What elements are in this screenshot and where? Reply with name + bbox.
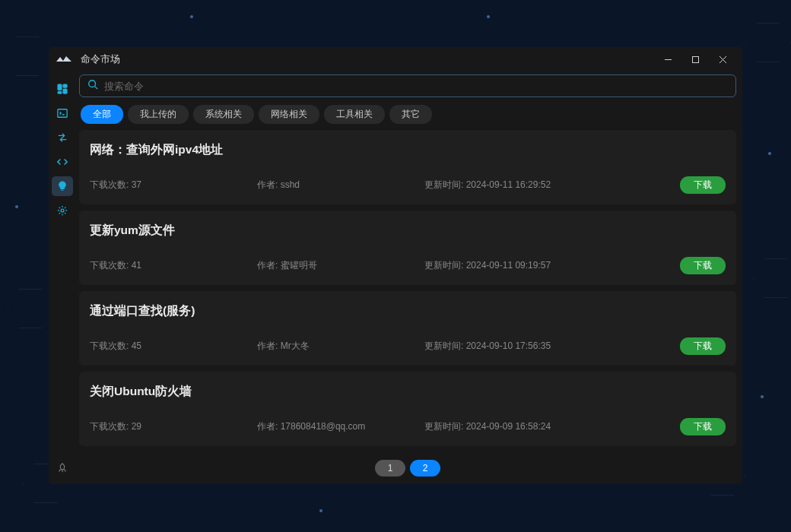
- app-logo-icon: [53, 54, 75, 65]
- download-count: 下载次数: 41: [90, 259, 257, 272]
- command-title: 通过端口查找(服务): [90, 303, 726, 319]
- download-count: 下载次数: 29: [90, 420, 257, 433]
- sidebar-item-rocket[interactable]: [52, 458, 73, 478]
- app-window: 命令市场: [49, 47, 742, 484]
- updated-label: 更新时间: 2024-09-09 16:58:24: [424, 420, 680, 433]
- command-card: 关闭Ubuntu防火墙 下载次数: 29 作者: 178608418@qq.co…: [79, 372, 736, 446]
- command-title: 更新yum源文件: [90, 223, 726, 239]
- sidebar-item-dashboard[interactable]: [52, 79, 73, 99]
- svg-line-12: [95, 87, 98, 90]
- download-button[interactable]: 下载: [680, 257, 726, 274]
- filter-tools[interactable]: 工具相关: [324, 105, 385, 124]
- page-button-2[interactable]: 2: [410, 460, 440, 477]
- svg-rect-7: [58, 92, 62, 94]
- filter-network[interactable]: 网络相关: [259, 105, 319, 124]
- maximize-button[interactable]: [681, 49, 709, 70]
- search-input[interactable]: [104, 81, 728, 92]
- author-label: 作者: Mr大冬: [257, 340, 424, 353]
- author-label: 作者: sshd: [257, 179, 424, 192]
- minimize-button[interactable]: [654, 49, 681, 70]
- download-button[interactable]: 下载: [680, 337, 726, 355]
- updated-label: 更新时间: 2024-09-11 09:19:57: [424, 259, 680, 272]
- command-card: 更新yum源文件 下载次数: 41 作者: 蜜罐明哥 更新时间: 2024-09…: [79, 211, 736, 285]
- updated-label: 更新时间: 2024-09-11 16:29:52: [424, 179, 680, 192]
- content-area: 全部 我上传的 系统相关 网络相关 工具相关 其它 网络：查询外网ipv4地址 …: [76, 71, 742, 484]
- filter-system[interactable]: 系统相关: [193, 105, 254, 124]
- svg-rect-6: [63, 89, 67, 93]
- sidebar-item-marketplace[interactable]: [52, 176, 73, 196]
- filter-other[interactable]: 其它: [389, 105, 432, 124]
- download-button[interactable]: 下载: [680, 418, 726, 435]
- command-list: 网络：查询外网ipv4地址 下载次数: 37 作者: sshd 更新时间: 20…: [79, 130, 736, 452]
- author-label: 作者: 蜜罐明哥: [257, 259, 424, 272]
- download-count: 下载次数: 37: [90, 179, 257, 192]
- command-card: 通过端口查找(服务) 下载次数: 45 作者: Mr大冬 更新时间: 2024-…: [79, 291, 736, 366]
- sidebar-item-code[interactable]: [52, 152, 73, 172]
- sidebar-item-terminal[interactable]: [52, 103, 73, 123]
- sidebar: [49, 71, 76, 484]
- command-title: 网络：查询外网ipv4地址: [90, 142, 726, 158]
- command-card: 网络：查询外网ipv4地址 下载次数: 37 作者: sshd 更新时间: 20…: [79, 130, 736, 204]
- updated-label: 更新时间: 2024-09-10 17:56:35: [424, 340, 680, 353]
- pagination: 1 2: [79, 452, 736, 478]
- svg-point-11: [89, 81, 96, 87]
- sidebar-item-settings[interactable]: [52, 201, 73, 220]
- download-button[interactable]: 下载: [680, 176, 726, 194]
- titlebar: 命令市场: [49, 47, 742, 71]
- sidebar-item-transfer[interactable]: [52, 128, 73, 147]
- command-title: 关闭Ubuntu防火墙: [90, 384, 726, 400]
- svg-rect-5: [63, 84, 67, 87]
- svg-point-10: [61, 209, 64, 212]
- filter-all[interactable]: 全部: [81, 105, 123, 124]
- svg-rect-4: [58, 84, 62, 90]
- download-count: 下载次数: 45: [90, 340, 257, 353]
- author-label: 作者: 178608418@qq.com: [257, 420, 424, 433]
- svg-rect-8: [58, 109, 67, 118]
- filter-row: 全部 我上传的 系统相关 网络相关 工具相关 其它: [79, 97, 736, 130]
- close-button[interactable]: [709, 49, 736, 70]
- search-icon: [87, 79, 98, 93]
- search-box[interactable]: [79, 74, 736, 97]
- filter-mine[interactable]: 我上传的: [128, 105, 189, 124]
- svg-rect-1: [692, 56, 698, 62]
- window-title: 命令市场: [81, 52, 120, 66]
- page-button-1[interactable]: 1: [375, 460, 405, 477]
